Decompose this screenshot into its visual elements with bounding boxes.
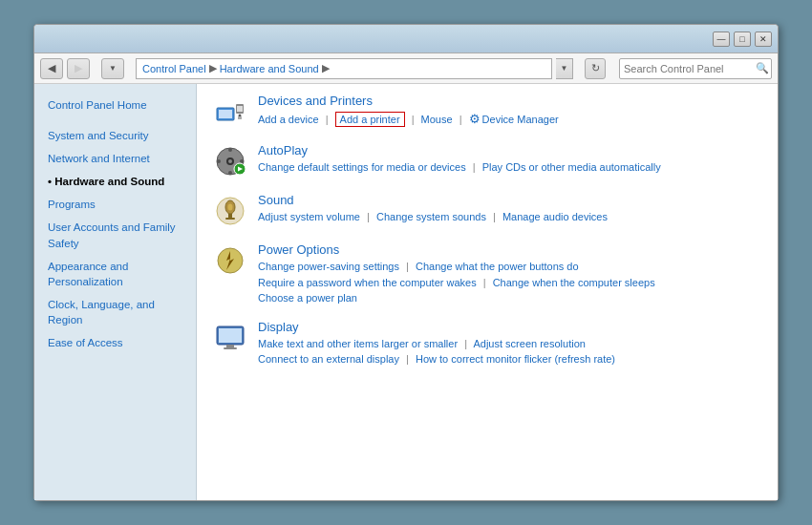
autoplay-play-cds-link[interactable]: Play CDs or other media automatically bbox=[482, 161, 661, 173]
svg-rect-1 bbox=[219, 110, 232, 118]
display-section: Display Make text and other items larger… bbox=[212, 320, 762, 368]
sidebar-item-control-panel-home[interactable]: Control Panel Home bbox=[34, 94, 196, 116]
svg-point-12 bbox=[217, 159, 221, 163]
devices-printers-section: Devices and Printers Add a device | Add … bbox=[212, 94, 762, 130]
search-input[interactable] bbox=[624, 63, 756, 74]
sidebar-item-programs[interactable]: Programs bbox=[34, 193, 196, 216]
sidebar-item-network-internet[interactable]: Network and Internet bbox=[34, 147, 196, 170]
external-display-link[interactable]: Connect to an external display bbox=[258, 353, 399, 365]
svg-point-8 bbox=[228, 159, 232, 163]
devices-printers-title[interactable]: Devices and Printers bbox=[258, 94, 762, 108]
sidebar-item-ease-of-access[interactable]: Ease of Access bbox=[34, 331, 196, 354]
main-content: Devices and Printers Add a device | Add … bbox=[197, 84, 778, 500]
autoplay-settings-link[interactable]: Change default settings for media or dev… bbox=[258, 161, 466, 173]
power-options-title[interactable]: Power Options bbox=[258, 242, 762, 257]
close-button[interactable]: ✕ bbox=[755, 32, 772, 47]
refresh-button[interactable]: ↻ bbox=[585, 58, 606, 79]
display-title[interactable]: Display bbox=[258, 320, 762, 334]
display-content: Display Make text and other items larger… bbox=[258, 320, 762, 368]
sound-links: Adjust system volume | Change system sou… bbox=[258, 209, 762, 225]
device-manager-icon: ⚙ bbox=[469, 110, 481, 129]
power-options-content: Power Options Change power-saving settin… bbox=[258, 242, 762, 306]
breadcrumb-control-panel[interactable]: Control Panel bbox=[142, 63, 206, 74]
autoplay-title[interactable]: AutoPlay bbox=[258, 143, 762, 158]
svg-point-11 bbox=[228, 171, 232, 175]
main-window: — □ ✕ ◀ ▶ ▼ Control Panel ▶ Hardware and… bbox=[33, 24, 779, 501]
breadcrumb-hardware-sound[interactable]: Hardware and Sound bbox=[220, 63, 319, 74]
search-box: 🔍 bbox=[619, 58, 772, 79]
change-sounds-link[interactable]: Change system sounds bbox=[376, 211, 486, 222]
power-options-links: Change power-saving settings | Change wh… bbox=[258, 259, 762, 306]
power-saving-link[interactable]: Change power-saving settings bbox=[258, 261, 399, 272]
svg-point-10 bbox=[240, 159, 244, 163]
recent-pages-button[interactable]: ▼ bbox=[101, 58, 124, 79]
title-bar-buttons: — □ ✕ bbox=[713, 32, 772, 47]
sidebar-item-appearance[interactable]: Appearance and Personalization bbox=[34, 255, 196, 293]
svg-point-17 bbox=[228, 204, 233, 211]
manage-audio-link[interactable]: Manage audio devices bbox=[502, 211, 608, 222]
address-dropdown-button[interactable]: ▼ bbox=[556, 58, 573, 79]
minimize-button[interactable]: — bbox=[713, 32, 730, 47]
sidebar-item-user-accounts[interactable]: User Accounts and Family Safety bbox=[34, 216, 196, 254]
address-bar: ◀ ▶ ▼ Control Panel ▶ Hardware and Sound… bbox=[34, 53, 778, 84]
add-printer-link[interactable]: Add a printer bbox=[335, 112, 405, 127]
monitor-flicker-link[interactable]: How to correct monitor flicker (refresh … bbox=[416, 353, 615, 365]
text-size-link[interactable]: Make text and other items larger or smal… bbox=[258, 338, 458, 349]
autoplay-links: Change default settings for media or dev… bbox=[258, 159, 762, 176]
add-device-link[interactable]: Add a device bbox=[258, 114, 319, 125]
sidebar-item-system-security[interactable]: System and Security bbox=[34, 124, 196, 147]
autoplay-section: AutoPlay Change default settings for med… bbox=[212, 143, 762, 179]
content-area: Control Panel Home System and Security N… bbox=[34, 84, 778, 500]
svg-rect-24 bbox=[226, 345, 234, 347]
power-options-icon bbox=[212, 242, 248, 279]
devices-printers-icon bbox=[212, 94, 248, 130]
svg-rect-3 bbox=[237, 106, 243, 112]
sidebar-item-hardware-sound[interactable]: Hardware and Sound bbox=[34, 170, 196, 193]
sleep-link[interactable]: Change when the computer sleeps bbox=[493, 277, 655, 288]
autoplay-content: AutoPlay Change default settings for med… bbox=[258, 143, 762, 176]
sidebar-item-clock-language[interactable]: Clock, Language, and Region bbox=[34, 293, 196, 331]
maximize-button[interactable]: □ bbox=[734, 32, 751, 47]
mouse-link[interactable]: Mouse bbox=[421, 114, 453, 125]
back-button[interactable]: ◀ bbox=[40, 58, 63, 79]
svg-rect-25 bbox=[224, 347, 237, 349]
svg-rect-23 bbox=[219, 328, 242, 343]
sound-title[interactable]: Sound bbox=[258, 193, 762, 207]
autoplay-icon bbox=[212, 143, 248, 179]
display-icon bbox=[212, 320, 248, 356]
devices-printers-content: Devices and Printers Add a device | Add … bbox=[258, 94, 762, 129]
svg-rect-5 bbox=[238, 116, 242, 119]
password-wake-link[interactable]: Require a password when the computer wak… bbox=[258, 277, 477, 288]
address-path[interactable]: Control Panel ▶ Hardware and Sound ▶ bbox=[136, 58, 552, 79]
sidebar: Control Panel Home System and Security N… bbox=[34, 84, 197, 500]
search-icon: 🔍 bbox=[756, 62, 769, 74]
svg-point-9 bbox=[228, 148, 232, 152]
title-bar: — □ ✕ bbox=[34, 25, 778, 53]
power-options-section: Power Options Change power-saving settin… bbox=[212, 242, 762, 306]
display-links: Make text and other items larger or smal… bbox=[258, 336, 762, 368]
power-plan-link[interactable]: Choose a power plan bbox=[258, 292, 357, 304]
sound-section: Sound Adjust system volume | Change syst… bbox=[212, 193, 762, 229]
screen-resolution-link[interactable]: Adjust screen resolution bbox=[473, 338, 585, 349]
devices-printers-links: Add a device | Add a printer | Mouse | ⚙… bbox=[258, 110, 762, 129]
svg-rect-20 bbox=[225, 218, 235, 220]
forward-button[interactable]: ▶ bbox=[67, 58, 90, 79]
sound-content: Sound Adjust system volume | Change syst… bbox=[258, 193, 762, 225]
adjust-volume-link[interactable]: Adjust system volume bbox=[258, 211, 360, 222]
sound-icon bbox=[212, 193, 248, 229]
power-buttons-link[interactable]: Change what the power buttons do bbox=[416, 261, 579, 272]
device-manager-link[interactable]: Device Manager bbox=[482, 112, 559, 128]
